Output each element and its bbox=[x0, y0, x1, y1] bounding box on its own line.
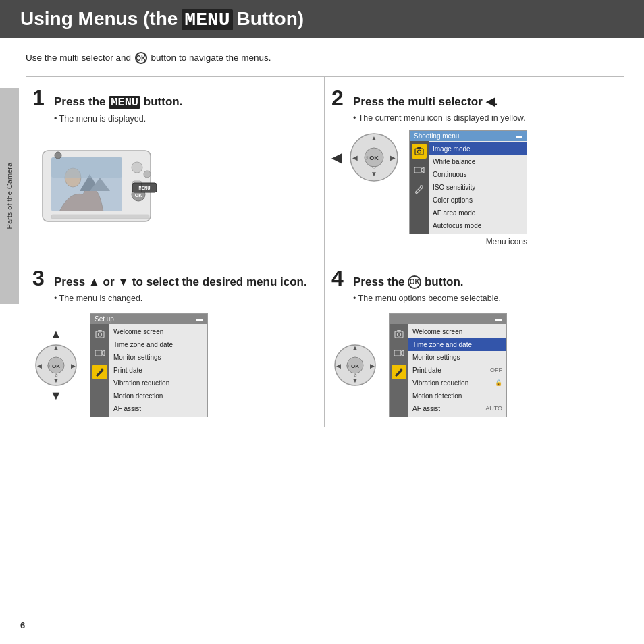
header-title-suffix: Button) bbox=[237, 8, 304, 30]
sidebar-label: Parts of the Camera bbox=[5, 163, 14, 229]
vibration-value: 🔒 bbox=[495, 379, 502, 388]
menu-icons-label: Menu icons bbox=[409, 237, 527, 246]
setup-monitor-3: Monitor settings bbox=[109, 351, 207, 364]
shooting-menu-screenshot: Shooting menu ▬ bbox=[409, 130, 527, 234]
menu-item-color: Color options bbox=[429, 194, 527, 207]
step-2-visual: ◀ OK ▲ ▼ ◀ ▶ ↺ ✿ bbox=[331, 130, 401, 184]
step-1-title: Press the MENU button. bbox=[54, 95, 182, 109]
svg-rect-11 bbox=[51, 215, 149, 219]
svg-text:↺: ↺ bbox=[364, 155, 369, 161]
svg-text:▲: ▲ bbox=[352, 344, 358, 351]
step-2-header: 2 Press the multi selector ◀. bbox=[331, 87, 610, 109]
menu-item-image-mode: Image mode bbox=[429, 142, 527, 155]
multi-selector-3: OK ▲ ▼ ◀ ▶ ↺ ✿ bbox=[32, 342, 80, 389]
setup-items-4: Welcome screen Time zone and date Monito… bbox=[408, 324, 506, 417]
setup-video-icon-3 bbox=[92, 346, 107, 360]
svg-point-54 bbox=[398, 333, 401, 336]
battery-icon-3: ▬ bbox=[196, 315, 203, 323]
step-3-number: 3 bbox=[32, 267, 47, 289]
step-3-title: Press ▲ or ▼ to select the desired menu … bbox=[54, 275, 307, 289]
multi-selector-2: OK ▲ ▼ ◀ ▶ ↺ ✿ bbox=[347, 130, 401, 184]
svg-marker-57 bbox=[401, 350, 404, 356]
battery-icon-4: ▬ bbox=[495, 315, 502, 323]
menu-word-header: MENU bbox=[182, 9, 232, 30]
up-arrow-step3: ▲ bbox=[50, 327, 62, 342]
svg-text:▲: ▲ bbox=[53, 344, 59, 351]
ok-icon-intro: OK bbox=[135, 52, 147, 64]
camera-menu-icon bbox=[412, 144, 427, 159]
page-header: Using Menus (the MENU Button) bbox=[0, 0, 644, 38]
svg-text:✿: ✿ bbox=[354, 373, 357, 377]
svg-text:▶: ▶ bbox=[370, 363, 375, 369]
step-3-bullet: The menu is changed. bbox=[54, 293, 311, 305]
step-2: 2 Press the multi selector ◀. The curren… bbox=[325, 76, 624, 257]
menu-item-continuous: Continuous bbox=[429, 168, 527, 181]
shooting-menu-header: Shooting menu ▬ bbox=[410, 131, 527, 141]
step-4-content: OK ▲ ▼ ◀ ▶ ↺ ✿ ▬ bbox=[331, 313, 610, 417]
svg-text:OK: OK bbox=[351, 363, 359, 369]
setup-vibration-4: Vibration reduction🔒 bbox=[408, 377, 506, 390]
battery-icon: ▬ bbox=[516, 132, 522, 140]
setup-monitor-4: Monitor settings bbox=[408, 351, 506, 364]
svg-text:✿: ✿ bbox=[55, 373, 58, 377]
setup-menu-screenshot-4: ▬ bbox=[389, 313, 507, 417]
svg-text:▲: ▲ bbox=[371, 134, 377, 142]
menu-item-autofocus: Autofocus mode bbox=[429, 219, 527, 232]
intro-paragraph: Use the multi selector and OK button to … bbox=[26, 52, 624, 64]
setup-menu-3-body: Welcome screen Time zone and date Monito… bbox=[90, 324, 207, 417]
svg-text:▼: ▼ bbox=[371, 170, 377, 178]
svg-text:▼: ▼ bbox=[53, 377, 59, 384]
setup-menu-screenshot-3: Set up ▬ bbox=[90, 313, 208, 417]
svg-text:▶: ▶ bbox=[71, 363, 76, 369]
svg-point-12 bbox=[55, 152, 61, 159]
svg-point-40 bbox=[99, 333, 102, 336]
step-2-content: ◀ OK ▲ ▼ ◀ ▶ ↺ ✿ bbox=[331, 130, 610, 246]
svg-rect-55 bbox=[397, 330, 401, 332]
svg-rect-53 bbox=[395, 331, 403, 338]
svg-text:◀: ◀ bbox=[336, 363, 341, 369]
svg-rect-41 bbox=[98, 330, 102, 332]
svg-rect-39 bbox=[96, 331, 104, 338]
svg-marker-29 bbox=[421, 167, 424, 173]
step-1-header: 1 Press the MENU button. bbox=[32, 87, 311, 109]
af-value: AUTO bbox=[485, 404, 502, 414]
step-1-bullet: The menu is displayed. bbox=[54, 113, 311, 126]
step-1-number: 1 bbox=[32, 87, 47, 109]
setup-icons-4 bbox=[390, 324, 408, 417]
svg-text:↺: ↺ bbox=[346, 364, 350, 369]
step-4-header: 4 Press the OK button. bbox=[331, 267, 610, 290]
svg-text:▶: ▶ bbox=[390, 154, 396, 161]
setup-timezone-3: Time zone and date bbox=[109, 338, 207, 351]
step-3: 3 Press ▲ or ▼ to select the desired men… bbox=[26, 257, 325, 427]
step-3-selector-area: ▲ OK ▲ ▼ ◀ ▶ ↺ ✿ ▼ bbox=[32, 327, 80, 403]
svg-text:MENU: MENU bbox=[139, 186, 151, 191]
svg-point-26 bbox=[418, 150, 421, 153]
step-3-header: 3 Press ▲ or ▼ to select the desired men… bbox=[32, 267, 311, 289]
setup-video-icon-4 bbox=[392, 346, 406, 360]
intro-text2: button to navigate the menus. bbox=[151, 53, 271, 63]
setup-items-3: Welcome screen Time zone and date Monito… bbox=[109, 324, 207, 417]
steps-grid: 1 Press the MENU button. The menu is dis… bbox=[26, 76, 624, 427]
svg-rect-42 bbox=[95, 350, 102, 356]
down-arrow-step3: ▼ bbox=[50, 389, 62, 403]
page-number: 6 bbox=[20, 620, 25, 630]
setup-motion-3: Motion detection bbox=[109, 390, 207, 402]
svg-text:▼: ▼ bbox=[352, 377, 358, 384]
step-3-content: ▲ OK ▲ ▼ ◀ ▶ ↺ ✿ ▼ bbox=[32, 313, 311, 417]
sidebar: Parts of the Camera bbox=[0, 88, 19, 304]
setup-menu-4-body: Welcome screen Time zone and date Monito… bbox=[390, 324, 506, 417]
svg-text:◀: ◀ bbox=[352, 154, 358, 161]
setup-welcome-3: Welcome screen bbox=[109, 325, 207, 338]
step-1: 1 Press the MENU button. The menu is dis… bbox=[26, 76, 325, 257]
step-4-bullet: The menu options become selectable. bbox=[353, 293, 610, 305]
main-content: Use the multi selector and OK button to … bbox=[0, 38, 644, 441]
step-4: 4 Press the OK button. The menu options … bbox=[325, 257, 624, 427]
shooting-menu-area: Shooting menu ▬ bbox=[409, 130, 527, 246]
svg-rect-5 bbox=[51, 157, 122, 178]
camera-illustration: OK MENU bbox=[32, 134, 167, 238]
svg-text:OK: OK bbox=[52, 363, 60, 369]
left-arrow-indicator: ◀ bbox=[331, 149, 342, 165]
setup-welcome-4: Welcome screen bbox=[408, 325, 506, 338]
svg-rect-25 bbox=[415, 149, 423, 155]
setup-timezone-4: Time zone and date bbox=[408, 338, 506, 351]
